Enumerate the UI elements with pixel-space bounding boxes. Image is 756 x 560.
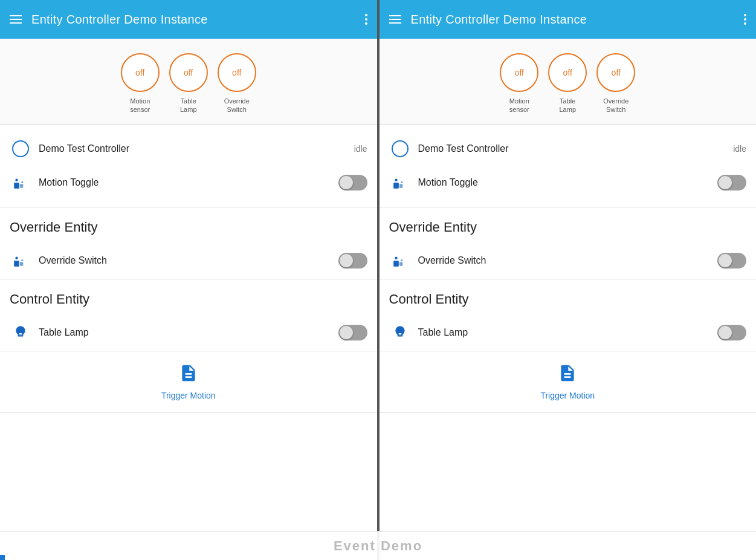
right-controller-name: Demo Test Controller: [418, 143, 734, 154]
main-container: Entity Controller Demo Instance off Moti…: [0, 0, 756, 560]
left-controller-name: Demo Test Controller: [39, 143, 354, 154]
svg-rect-5: [15, 256, 18, 259]
right-lamp-icon: [389, 322, 411, 343]
right-status-area: off Motionsensor off TableLamp off Overr…: [380, 39, 757, 125]
right-menu-icon[interactable]: [389, 15, 401, 24]
right-controller-status: idle: [733, 144, 746, 154]
right-control-header: Control Entity: [380, 279, 757, 314]
left-trigger-icon: [179, 363, 198, 387]
left-motion-toggle-switch[interactable]: [338, 175, 367, 190]
right-label-motion: Motionsensor: [509, 97, 529, 114]
svg-rect-4: [14, 261, 19, 267]
left-controller-section: Demo Test Controller idle Motion Toggle: [0, 125, 377, 207]
left-circle-lamp: off: [169, 53, 208, 92]
right-header-title: Entity Controller Demo Instance: [411, 13, 745, 27]
right-lamp-label: Table Lamp: [418, 327, 718, 338]
right-motion-svg-icon: [392, 175, 408, 190]
right-header: Entity Controller Demo Instance: [380, 0, 757, 39]
right-status-lamp[interactable]: off TableLamp: [548, 53, 587, 114]
right-controller-icon: [389, 138, 411, 160]
left-panel: Entity Controller Demo Instance off Moti…: [0, 0, 377, 560]
right-circle-override: off: [596, 53, 635, 92]
left-status-motion[interactable]: off Motionsensor: [121, 53, 160, 114]
svg-rect-0: [14, 183, 19, 189]
right-lamp-toggle[interactable]: [717, 325, 746, 340]
left-status-area: off Motionsensor off TableLamp off Overr…: [0, 39, 377, 125]
right-controller-section: Demo Test Controller idle Motion Toggle: [380, 125, 757, 207]
left-controller-icon: [10, 138, 31, 160]
right-override-icon: [389, 250, 411, 272]
right-override-svg-icon: [392, 253, 408, 269]
left-trigger-area[interactable]: Trigger Motion: [0, 351, 377, 413]
svg-rect-15: [401, 259, 402, 261]
bottom-bar: Event Demo: [0, 531, 756, 560]
left-override-row: Override Switch: [0, 243, 377, 279]
right-trigger-area[interactable]: Trigger Motion: [380, 351, 757, 413]
svg-rect-6: [20, 262, 23, 266]
right-motion-toggle-row: Motion Toggle: [389, 166, 747, 200]
right-circle-lamp: off: [548, 53, 587, 92]
svg-rect-3: [21, 181, 23, 183]
svg-rect-1: [15, 178, 18, 181]
left-lamp-row: Table Lamp: [0, 314, 377, 351]
left-override-section: Override Entity Override Switch: [0, 207, 377, 279]
left-override-header: Override Entity: [0, 207, 377, 243]
svg-rect-9: [395, 178, 397, 181]
bottom-bar-text: Event Demo: [334, 538, 422, 554]
left-motion-toggle-label: Motion Toggle: [39, 177, 338, 188]
right-trigger-label: Trigger Motion: [540, 391, 595, 400]
left-lamp-toggle[interactable]: [338, 325, 367, 340]
left-header: Entity Controller Demo Instance: [0, 0, 377, 39]
right-override-row: Override Switch: [380, 243, 757, 279]
left-circle-icon: [12, 140, 29, 157]
left-label-override: OverrideSwitch: [224, 97, 250, 114]
left-label-motion: Motionsensor: [130, 97, 150, 114]
left-circle-motion: off: [121, 53, 160, 92]
right-status-override[interactable]: off OverrideSwitch: [596, 53, 635, 114]
left-menu-icon[interactable]: [10, 15, 22, 24]
left-control-section: Control Entity Table Lamp: [0, 279, 377, 351]
left-control-header: Control Entity: [0, 279, 377, 314]
right-trigger-icon: [558, 363, 577, 387]
svg-rect-13: [395, 256, 397, 259]
left-lamp-label: Table Lamp: [39, 327, 338, 338]
right-panel: Entity Controller Demo Instance off Moti…: [380, 0, 757, 560]
right-controller-row: Demo Test Controller idle: [389, 132, 747, 166]
left-bulb-svg-icon: [13, 325, 28, 340]
left-trigger-svg: [179, 363, 198, 383]
left-more-icon[interactable]: [365, 14, 367, 25]
left-override-icon: [10, 250, 31, 272]
left-trigger-label: Trigger Motion: [161, 391, 216, 400]
right-override-label: Override Switch: [418, 255, 718, 266]
right-status-motion[interactable]: off Motionsensor: [500, 53, 538, 114]
right-override-header: Override Entity: [380, 207, 757, 243]
right-lamp-row: Table Lamp: [380, 314, 757, 351]
left-override-label: Override Switch: [39, 255, 338, 266]
right-bulb-svg-icon: [392, 325, 408, 340]
left-override-svg-icon: [13, 253, 28, 269]
right-more-icon[interactable]: [744, 14, 746, 25]
left-header-title: Entity Controller Demo Instance: [31, 13, 365, 27]
left-override-toggle[interactable]: [338, 253, 367, 269]
left-status-lamp[interactable]: off TableLamp: [169, 53, 208, 114]
right-motion-toggle-icon: [389, 172, 411, 194]
left-controller-status: idle: [354, 144, 367, 154]
left-controller-row: Demo Test Controller idle: [10, 132, 367, 166]
left-circle-override: off: [218, 53, 256, 92]
left-lamp-icon: [10, 322, 31, 343]
right-override-toggle[interactable]: [717, 253, 746, 269]
bottom-accent: [0, 555, 5, 560]
svg-rect-14: [399, 262, 402, 266]
svg-rect-10: [399, 184, 402, 188]
right-label-lamp: TableLamp: [559, 97, 576, 114]
right-override-section: Override Entity Override Switch: [380, 207, 757, 279]
right-motion-toggle-switch[interactable]: [717, 175, 746, 190]
right-label-override: OverrideSwitch: [603, 97, 628, 114]
right-circle-motion: off: [500, 53, 538, 92]
left-motion-toggle-row: Motion Toggle: [10, 166, 367, 200]
svg-rect-7: [21, 259, 23, 261]
left-status-override[interactable]: off OverrideSwitch: [218, 53, 256, 114]
svg-rect-2: [20, 184, 23, 188]
svg-rect-12: [393, 261, 399, 267]
right-circle-icon: [392, 140, 409, 157]
